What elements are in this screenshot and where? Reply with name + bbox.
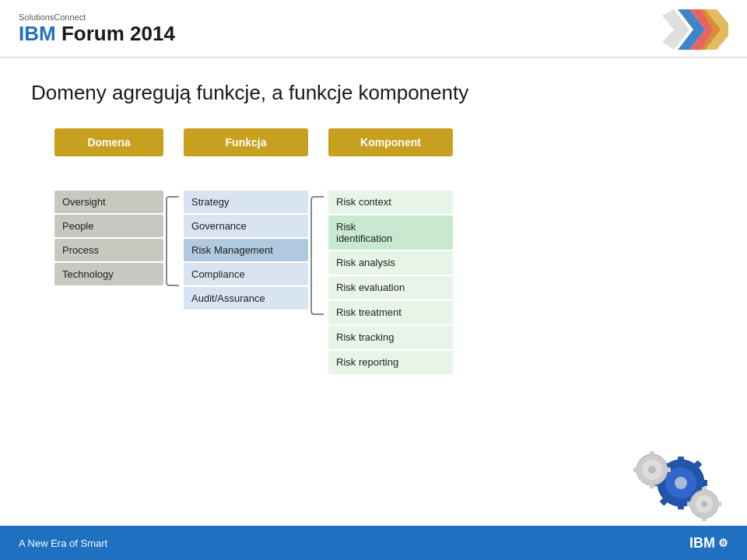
svg-rect-28 [687, 502, 693, 506]
domain-item-technology: Technology [54, 263, 163, 285]
columns-wrapper: Domena Oversight People Process Technolo… [54, 128, 453, 374]
svg-rect-7 [678, 457, 684, 464]
forum-label: Forum [61, 22, 124, 45]
komponent-item-risk-tracking: Risk tracking [328, 326, 453, 349]
svg-rect-25 [702, 487, 707, 492]
domain-item-process: Process [54, 239, 163, 261]
komponent-header: Komponent [328, 128, 453, 156]
svg-rect-21 [633, 467, 639, 472]
logo-area: SolutionsConnect IBM Forum 2014 [19, 12, 175, 46]
brand-logo [658, 8, 728, 51]
svg-rect-19 [650, 483, 654, 488]
ibm-forum-title: IBM Forum 2014 [19, 22, 175, 46]
svg-rect-27 [716, 502, 721, 506]
komponent-item-risk-reporting: Risk reporting [328, 351, 453, 374]
svg-rect-20 [665, 467, 671, 472]
footer-tagline: A New Era of Smart [19, 537, 107, 549]
funkcja-item-compliance: Compliance [184, 263, 308, 285]
komponent-column: Komponent Risk context Riskidentificatio… [328, 128, 453, 374]
domain-items: Oversight People Process Technology [54, 191, 163, 285]
svg-rect-8 [678, 502, 684, 509]
funkcja-item-risk-management: Risk Management [184, 239, 308, 261]
ibm-label: IBM [19, 22, 56, 45]
svg-point-17 [648, 466, 656, 474]
svg-point-6 [675, 477, 687, 489]
funkcja-item-strategy: Strategy [184, 191, 308, 213]
right-bracket [310, 195, 327, 316]
funkcja-items: Strategy Governance Risk Management Comp… [184, 191, 308, 310]
footer-ibm-label: IBM [689, 535, 715, 551]
komponent-items: Risk context Riskidentification Risk ana… [328, 191, 453, 374]
right-bracket-svg [310, 195, 327, 316]
page-title: Domeny agregują funkcje, a funkcje kompo… [31, 81, 716, 105]
diagram: Domena Oversight People Process Technolo… [54, 128, 716, 374]
domain-item-people: People [54, 215, 163, 237]
svg-point-24 [701, 501, 707, 507]
domain-column: Domena Oversight People Process Technolo… [54, 128, 163, 285]
footer: A New Era of Smart IBM ⚙ [0, 526, 747, 560]
gears-svg [630, 440, 731, 526]
header: SolutionsConnect IBM Forum 2014 [0, 0, 747, 58]
funkcja-item-governance: Governance [184, 215, 308, 237]
solutions-connect-label: SolutionsConnect [19, 12, 175, 22]
gears-decoration [630, 440, 724, 518]
footer-ibm: IBM ⚙ [689, 535, 728, 551]
komponent-item-risk-analysis: Risk analysis [328, 251, 453, 275]
year-label: 2014 [130, 22, 175, 45]
domain-item-oversight: Oversight [54, 191, 163, 213]
komponent-item-risk-context: Risk context [328, 191, 453, 214]
komponent-item-risk-treatment: Risk treatment [328, 301, 453, 324]
svg-rect-9 [700, 480, 707, 486]
left-bracket [165, 195, 182, 287]
main-content: Domeny agregują funkcje, a funkcje kompo… [0, 58, 747, 390]
brand-logo-svg [662, 8, 728, 51]
svg-rect-18 [650, 451, 654, 457]
funkcja-item-audit: Audit/Assurance [184, 287, 308, 310]
funkcja-column: Funkcja Strategy Governance Risk Managem… [184, 128, 308, 310]
footer-ibm-icon: ⚙ [718, 537, 728, 549]
funkcja-header: Funkcja [184, 128, 308, 156]
domain-header: Domena [54, 128, 163, 156]
left-bracket-svg [165, 195, 182, 287]
svg-rect-26 [702, 516, 707, 521]
komponent-item-risk-identification: Riskidentification [328, 215, 453, 250]
komponent-item-risk-evaluation: Risk evaluation [328, 276, 453, 299]
